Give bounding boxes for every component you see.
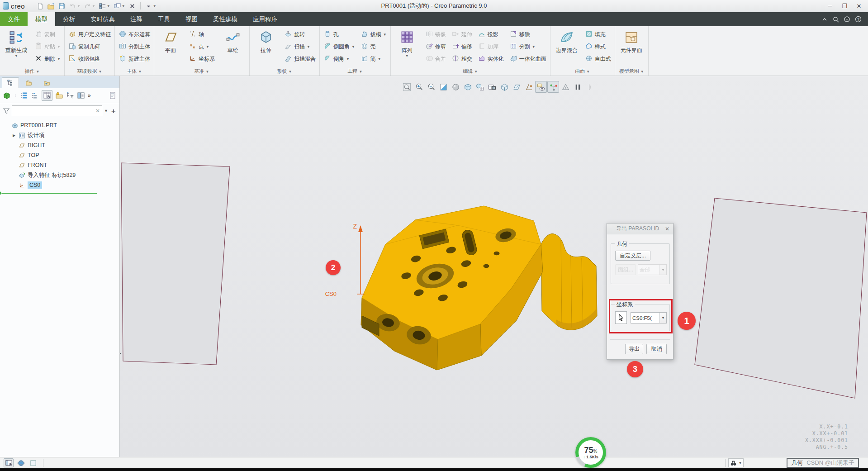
sections-button[interactable] [498,81,510,93]
style-button[interactable]: 样式 [583,41,613,53]
ribbon-group-label[interactable]: 编辑 ▼ [392,67,549,76]
insertion-locator[interactable] [2,193,97,194]
tree-search-input[interactable]: ✕ [12,105,102,116]
unite-quilt-button[interactable]: 一体化曲面 [507,53,549,65]
sketch-button[interactable]: 草绘 [218,27,248,67]
split-body-button[interactable]: 分割主体 [116,41,152,53]
ribbon-group-label[interactable]: 主体 ▼ [116,67,152,76]
datum-display-button[interactable] [523,81,535,93]
tree-filter-icon[interactable] [66,91,74,100]
ribbon-group-label[interactable]: 形状 ▼ [251,67,318,76]
clear-search-icon[interactable]: ✕ [95,108,100,114]
zoom-in-button[interactable] [413,81,425,93]
show-browser-panel-button[interactable] [4,458,14,467]
component-interface-button[interactable]: 元件界面 [617,27,646,67]
search-options-dropdown[interactable]: ▼ [104,109,108,113]
tree-item-plane-right[interactable]: RIGHT [0,140,119,150]
tab-view[interactable]: 视图 [178,12,205,26]
datum-axis-button[interactable]: 轴 [186,29,217,41]
minimize-button[interactable]: ─ [824,1,836,10]
expand-all-icon[interactable] [20,91,28,100]
save-button[interactable] [57,1,66,10]
csys-label[interactable]: CS0 [325,290,337,297]
zoom-out-button[interactable] [425,81,437,93]
chamfer-button[interactable]: 倒角▼ [321,53,357,65]
trim-button[interactable]: 修剪 [423,41,448,53]
fill-button[interactable]: 填充 [583,29,613,41]
shrinkwrap-button[interactable]: 收缩包络 [66,53,113,65]
freestyle-button[interactable]: 自由式 [583,53,613,65]
expand-arrow-icon[interactable]: ▶ [12,133,16,138]
customize-qat-button[interactable]: ▼ [144,1,157,10]
ribbon-group-label[interactable]: 曲面 ▼ [552,67,613,76]
web-browser-button[interactable] [16,458,26,467]
ribbon-group-label[interactable]: 模型意图 ▼ [617,67,647,76]
new-body-button[interactable]: 新建主体 [116,53,152,65]
display-style-button[interactable] [511,81,522,93]
ribbon-group-label[interactable]: 操作 ▼ [1,67,63,76]
dialog-title-bar[interactable]: 导出 PARASOLID ✕ [607,224,673,234]
rib-button[interactable]: 筋▼ [358,53,389,65]
merge-button[interactable]: 合并 [423,53,448,65]
round-button[interactable]: 倒圆角▼ [321,41,357,53]
copy-geometry-button[interactable]: 复制几何 [66,41,113,53]
sync-status-button[interactable] [844,16,850,23]
undo-button[interactable]: ▼ [68,1,81,10]
boolean-operations-button[interactable]: 布尔运算 [116,29,152,41]
saved-views-button[interactable] [462,81,474,93]
tab-model[interactable]: 模型 [28,12,55,26]
command-search-button[interactable] [832,16,839,23]
export-button[interactable]: 导出 [625,344,643,354]
ribbon-group-label[interactable]: 工程 ▼ [321,67,389,76]
extend-button[interactable]: 延伸 [449,29,474,41]
view-manager-button[interactable] [474,81,486,93]
draft-button[interactable]: 拔模▼ [358,29,389,41]
ribbon-group-label[interactable]: 获取数据 ▼ [66,67,113,76]
solidify-button[interactable]: 实体化 [475,53,506,65]
pause-button[interactable] [572,81,583,93]
spin-center-button[interactable] [547,81,559,93]
mirror-button[interactable]: 镜像 [423,29,448,41]
close-window-button[interactable] [128,1,137,10]
tree-item-part-root[interactable]: PRT0001.PRT [0,120,119,130]
user-defined-feature-button[interactable]: 用户定义特征 [66,29,113,41]
tree-options-doc-icon[interactable] [109,91,117,100]
tree-item-plane-front[interactable]: FRONT [0,160,119,170]
custom-layers-button[interactable]: 自定义层... [615,251,650,261]
tab-file[interactable]: 文件 [0,12,28,26]
imported-surface-left[interactable] [121,163,230,365]
collapse-all-icon[interactable] [31,91,39,100]
tree-item-csys-cs0[interactable]: CS0 [0,180,119,190]
capture-image-button[interactable] [486,81,498,93]
shell-button[interactable]: 壳 [358,41,389,53]
imported-surface-right[interactable] [695,198,867,398]
tab-analysis[interactable]: 分析 [55,12,83,26]
tab-applications[interactable]: 应用程序 [245,12,285,26]
help-button[interactable]: ? [855,16,862,23]
revolve-button[interactable]: 旋转 [282,29,318,41]
sweep-button[interactable]: 扫描▼ [282,41,318,53]
delete-button[interactable]: 删除▼ [32,53,63,65]
cancel-button[interactable]: 取消 [646,344,667,354]
hole-button[interactable]: 孔 [321,29,357,41]
add-filter-button[interactable]: ＋ [110,107,117,115]
folder-browser-tab[interactable] [20,77,37,88]
datum-plane-button[interactable]: 平面 [156,27,185,67]
tree-item-design-items[interactable]: ▶设计项 [0,130,119,140]
tree-item-import-feature[interactable]: 导入特征 标识5829 [0,170,119,180]
thicken-button[interactable]: 加厚 [475,41,506,53]
project-button[interactable]: 投影 [475,29,506,41]
regenerate-button[interactable]: 重新生成▼ [1,27,31,67]
model-display-icon[interactable] [3,91,11,100]
boundary-blend-button[interactable]: 边界混合 [552,27,582,67]
swept-blend-button[interactable]: 扫描混合 [282,53,318,65]
datum-point-button[interactable]: 点▼ [186,41,217,53]
open-file-button[interactable] [46,1,56,10]
toolbar-overflow-chevrons[interactable]: » [88,92,90,99]
tree-layers-icon[interactable] [77,91,85,100]
zoom-fit-button[interactable] [401,81,413,93]
selection-filter-box[interactable]: 几何 CSDN @山涧果子 [787,458,859,468]
scope-dropdown-arrow-icon[interactable]: ▼ [659,265,666,275]
shading-style-button[interactable] [450,81,461,93]
tree-settings-folder-icon[interactable] [55,91,63,100]
